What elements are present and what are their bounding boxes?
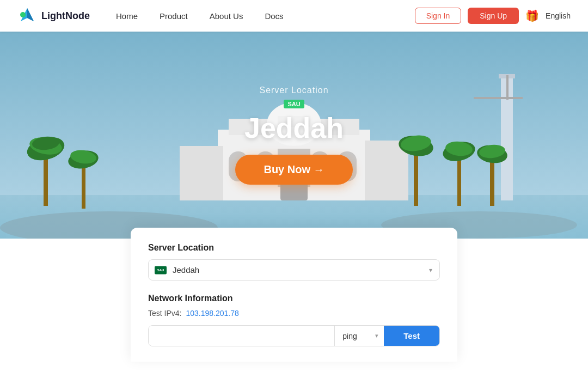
nav-link-about[interactable]: About Us — [210, 11, 243, 21]
hero-section: Server Location SAU Jeddah Buy Now → — [0, 32, 588, 239]
navbar: LightNode Home Product About Us Docs Sig… — [0, 0, 588, 32]
location-select[interactable]: Jeddah — [148, 259, 440, 281]
svg-point-0 — [20, 12, 26, 17]
signup-button[interactable]: Sign Up — [468, 8, 519, 24]
nav-actions: Sign In Sign Up 🎁 English — [415, 8, 571, 24]
location-select-wrapper: SAU Jeddah ▾ — [148, 259, 440, 281]
test-select-wrap: ping mtr ▾ — [334, 326, 384, 346]
test-button[interactable]: Test — [384, 326, 439, 346]
test-ipv4-label: Test IPv4: — [148, 309, 181, 318]
gift-icon[interactable]: 🎁 — [525, 9, 539, 22]
logo-icon — [17, 6, 37, 26]
nav-link-product[interactable]: Product — [160, 11, 188, 21]
test-type-select[interactable]: ping mtr — [335, 326, 384, 346]
network-info-title: Network Information — [148, 294, 440, 303]
buy-now-button[interactable]: Buy Now → — [235, 155, 352, 185]
test-ipv4-value: 103.198.201.78 — [186, 309, 238, 318]
hero-server-location-label: Server Location — [259, 86, 328, 95]
language-selector[interactable]: English — [546, 11, 571, 20]
card-panel: Server Location SAU Jeddah ▾ Network Inf… — [131, 228, 457, 362]
sa-flag-icon: SAU — [155, 266, 167, 274]
test-ipv4-row: Test IPv4: 103.198.201.78 — [148, 309, 440, 318]
logo[interactable]: LightNode — [17, 6, 90, 26]
test-row: ping mtr ▾ Test — [148, 325, 440, 346]
signin-button[interactable]: Sign In — [415, 8, 462, 24]
test-input[interactable] — [149, 326, 334, 346]
server-location-title: Server Location — [148, 243, 440, 253]
sa-flag-text: SAU — [157, 269, 164, 272]
nav-links: Home Product About Us Docs — [116, 11, 415, 21]
hero-city-name: Jeddah — [244, 113, 344, 144]
nav-link-docs[interactable]: Docs — [265, 11, 283, 21]
nav-link-home[interactable]: Home — [116, 11, 138, 21]
hero-flag-badge: SAU — [284, 100, 304, 108]
hero-flag-row: SAU — [284, 100, 304, 108]
logo-text: LightNode — [41, 10, 90, 22]
hero-content: Server Location SAU Jeddah Buy Now → — [0, 32, 588, 239]
